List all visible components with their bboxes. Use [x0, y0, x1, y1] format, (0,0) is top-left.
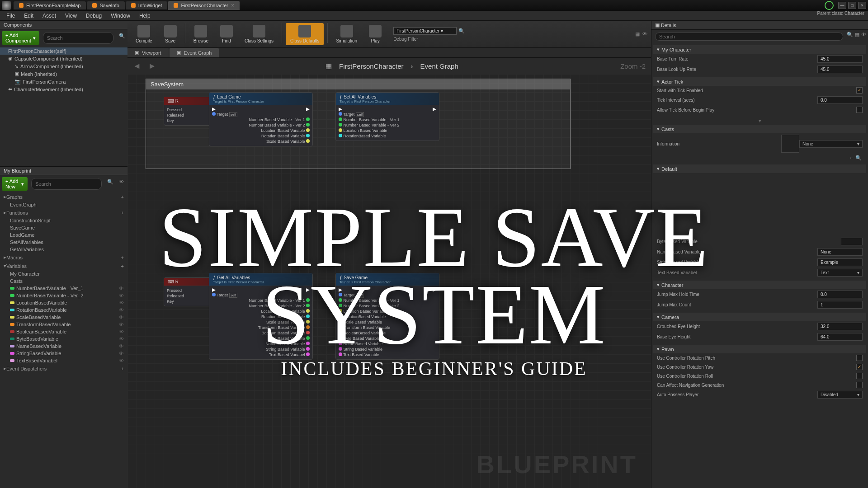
component-root[interactable]: FirstPersonCharacter(self) [0, 47, 127, 55]
eye-icon[interactable]: 👁 [119, 322, 124, 327]
input-jump-count[interactable] [817, 301, 863, 309]
node-pin-row[interactable]: Location Based Variable [212, 309, 310, 314]
section-casts[interactable]: ▾Casts [653, 125, 866, 133]
parent-class-link[interactable]: Character [844, 11, 864, 16]
node-pin-row[interactable]: Number Based Variable - Ver 1 [339, 117, 436, 122]
toolbar-class-settings[interactable]: Class Settings [240, 23, 278, 45]
func-construct[interactable]: ConstructionScript [0, 217, 127, 224]
tab-infowidget[interactable]: InfoWidget [126, 1, 168, 9]
show-grid-icon[interactable]: ▦ [635, 31, 640, 37]
node-pin-row[interactable]: Number Based Variable - Ver 2 [212, 122, 310, 128]
search-icon[interactable]: 🔍 [117, 31, 127, 45]
variable-item[interactable]: BooleanBasedVariable👁 [0, 328, 127, 335]
graph-eventgraph[interactable]: EventGraph [0, 201, 127, 208]
component-movement[interactable]: ⬌CharacterMovement (Inherited) [0, 85, 127, 93]
section-pawn[interactable]: ▾Pawn [653, 345, 866, 353]
var-group-casts[interactable]: Casts [0, 277, 127, 285]
variable-item[interactable]: StringBasedVariable👁 [0, 350, 127, 357]
node-pin-row[interactable]: Transform Based Variable [212, 325, 310, 330]
node-pin-row[interactable]: RotationBased Variable [339, 314, 436, 319]
checkbox-rot-roll[interactable] [856, 373, 863, 379]
tab-viewport[interactable]: ▣Viewport [127, 48, 169, 57]
section-character[interactable]: ▾Character [653, 281, 866, 289]
eye-icon[interactable]: 👁 [119, 329, 124, 334]
input-base-look[interactable] [817, 66, 863, 73]
node-pin-row[interactable]: Text Based Variable [339, 352, 436, 357]
component-arrow[interactable]: ↘ArrowComponent (Inherited) [0, 62, 127, 70]
breadcrumb-graph[interactable]: Event Graph [420, 62, 458, 70]
eye-icon[interactable]: 👁 [119, 300, 124, 305]
dropdown-casts[interactable]: None▾ [799, 140, 863, 148]
node-pin-row[interactable]: Boolean Based Variable [212, 330, 310, 336]
node-pin-row[interactable]: Rotation Based Variable [212, 133, 310, 139]
input-base-eye[interactable] [817, 333, 863, 341]
dropdown-text[interactable]: Text▾ [817, 269, 863, 277]
eye-icon[interactable]: 👁 [119, 343, 124, 349]
variable-item[interactable]: NameBasedVariable👁 [0, 343, 127, 350]
node-pin-row[interactable]: Scale Based Variable [339, 319, 436, 325]
details-search-input[interactable] [655, 33, 843, 41]
add-variable-button[interactable]: + [121, 263, 124, 269]
input-name[interactable] [817, 248, 863, 256]
node-pin-row[interactable]: Transform Based Variable [339, 325, 436, 330]
maximize-button[interactable]: □ [848, 2, 856, 9]
node-setall[interactable]: ƒ Set All VariablesTarget is First Perso… [335, 92, 439, 141]
variable-item[interactable]: LocationBasedVariable👁 [0, 299, 127, 306]
checkbox-nav-gen[interactable] [856, 382, 863, 388]
components-search-input[interactable] [43, 32, 113, 44]
node-pin-row[interactable]: Name Based Variable [339, 341, 436, 347]
view-options-icon[interactable]: 👁 [117, 177, 126, 191]
blueprint-search-input[interactable] [31, 178, 102, 190]
checkbox-tick-enabled[interactable] [856, 87, 863, 94]
checkbox-tick-allow[interactable] [856, 107, 863, 113]
node-pin-row[interactable]: Location Based Variable [339, 128, 436, 133]
input-byte[interactable] [841, 238, 863, 245]
node-pin-row[interactable]: String Based Variable [212, 347, 310, 352]
input-string[interactable] [817, 258, 863, 266]
func-load[interactable]: LoadGame [0, 231, 127, 239]
menu-window[interactable]: Window [106, 12, 135, 20]
node-pin-row[interactable]: Scale Based Variable [212, 139, 310, 144]
add-macro-button[interactable]: + [121, 255, 124, 260]
variable-item[interactable]: ScaleBasedVariable👁 [0, 314, 127, 321]
eye-icon[interactable]: 👁 [119, 358, 124, 363]
variable-item[interactable]: NumberBasedVariable - Ver_1👁 [0, 285, 127, 292]
dropdown-auto-possess[interactable]: Disabled▾ [817, 391, 863, 399]
node-pin-row[interactable]: Byte Based Variable [339, 336, 436, 341]
variable-item[interactable]: NumberBasedVariable - Ver_2👁 [0, 292, 127, 299]
node-pin-row[interactable]: Rotation Based Variable [212, 314, 310, 319]
toolbar-compile[interactable]: Compile [131, 23, 157, 45]
node-pin-row[interactable]: Name Based Variable [212, 341, 310, 347]
tab-fpc[interactable]: FirstPersonCharacter× [168, 1, 240, 10]
eye-icon[interactable]: 👁 [119, 314, 124, 320]
add-dispatcher-button[interactable]: + [121, 366, 124, 371]
node-pin-row[interactable]: Byte Based Variable [212, 336, 310, 341]
input-jump-hold[interactable] [817, 291, 863, 298]
tab-saveinfo[interactable]: SaveInfo [87, 1, 124, 9]
input-base-turn[interactable] [817, 55, 863, 63]
browse-icon[interactable]: 🔍 [855, 155, 862, 160]
tab-eventgraph[interactable]: ▣Event Graph [170, 48, 219, 57]
toolbar-simulation[interactable]: Simulation [331, 23, 362, 45]
node-pin-row[interactable]: RotationBased Variable [339, 133, 436, 139]
variable-item[interactable]: TextBasedVariabel👁 [0, 357, 127, 364]
toolbar-browse[interactable]: Browse [189, 23, 213, 45]
node-pin-row[interactable]: Scale Based Variable [212, 319, 310, 325]
breadcrumb-class[interactable]: FirstPersonCharacter [339, 62, 404, 70]
func-getall[interactable]: GetAllVariables [0, 246, 127, 253]
view-options-icon[interactable]: ▦ [855, 32, 859, 42]
close-button[interactable]: × [858, 2, 866, 9]
add-new-button[interactable]: + Add New▾ [2, 177, 28, 191]
comment-title[interactable]: SaveSystem [146, 79, 570, 89]
variables-section[interactable]: ▾Variables+ [0, 262, 127, 270]
component-camera[interactable]: 📷FirstPersonCamera [0, 78, 127, 85]
node-pin-row[interactable]: Location Based Variable [212, 128, 310, 133]
input-crouch-eye[interactable] [817, 323, 863, 330]
event-graph-canvas[interactable]: SaveSystem ⌨ R Pressed Released Key ƒ Lo… [127, 74, 651, 488]
eye-icon[interactable]: 👁 [119, 307, 124, 313]
section-camera[interactable]: ▾Camera [653, 313, 866, 321]
eye-icon[interactable]: 👁 [119, 336, 124, 342]
node-pin-row[interactable]: Location Based Variable [339, 309, 436, 314]
menu-file[interactable]: File [2, 12, 19, 20]
locate-debug-icon[interactable]: 🔍 [458, 28, 465, 34]
